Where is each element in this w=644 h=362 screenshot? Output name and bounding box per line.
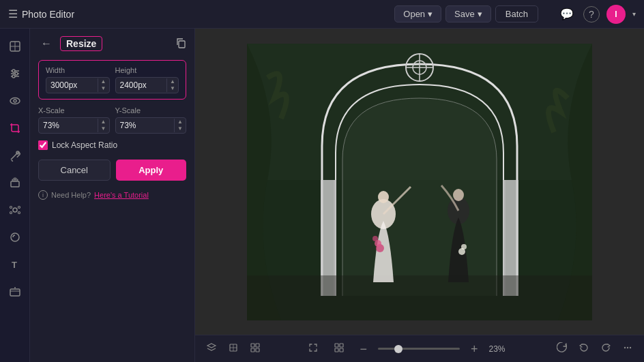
svg-point-17 — [18, 207, 20, 209]
svg-rect-52 — [256, 348, 259, 352]
xscale-input-wrap: ▲ ▼ — [38, 117, 110, 134]
svg-point-43 — [372, 236, 378, 241]
crop-icon[interactable] — [225, 340, 241, 358]
layers-icon[interactable] — [203, 340, 220, 358]
undo-button[interactable] — [576, 340, 592, 358]
svg-rect-53 — [335, 344, 338, 347]
width-input[interactable] — [46, 78, 98, 93]
svg-rect-55 — [335, 348, 338, 352]
yscale-label: Y-Scale — [115, 106, 187, 115]
yscale-up[interactable]: ▲ — [175, 119, 186, 125]
sidebar-item-select[interactable] — [3, 34, 27, 59]
icon-sidebar: T — [0, 29, 30, 362]
help-text: Need Help? — [51, 191, 91, 199]
xscale-input[interactable] — [39, 118, 98, 133]
photo-frame — [247, 44, 592, 320]
svg-point-58 — [627, 347, 628, 348]
chevron-down-icon: ▾ — [478, 9, 482, 19]
main-area: T ← Resize Width — [0, 29, 644, 362]
tutorial-link[interactable]: Here's a Tutorial — [94, 191, 149, 199]
svg-rect-12 — [11, 181, 19, 187]
sidebar-item-retouch[interactable] — [3, 143, 27, 168]
refresh-icon[interactable] — [554, 340, 570, 358]
topbar-buttons: Open ▾ Save ▾ Batch — [394, 5, 538, 22]
chevron-down-icon[interactable]: ▾ — [632, 10, 636, 18]
sidebar-item-brand[interactable] — [3, 280, 27, 304]
yscale-input[interactable] — [116, 118, 175, 133]
apply-button[interactable]: Apply — [116, 160, 187, 181]
fit-screen-button[interactable] — [304, 341, 323, 357]
topbar-icons: 💬 ? I ▾ — [557, 5, 636, 24]
sidebar-item-effects[interactable] — [3, 225, 27, 250]
zoom-fit-button[interactable] — [330, 341, 349, 357]
svg-point-57 — [624, 347, 626, 348]
svg-rect-56 — [340, 348, 343, 352]
width-label: Width — [46, 66, 110, 74]
xscale-label: X-Scale — [38, 106, 110, 115]
lock-aspect-checkbox[interactable] — [38, 140, 48, 150]
sidebar-item-layers[interactable] — [3, 170, 27, 195]
width-group: Width ▲ ▼ — [46, 66, 110, 93]
height-label: Height — [115, 66, 179, 74]
app-title-area: ☰ Photo Editor — [8, 7, 74, 20]
canvas-area: − + 23% — [195, 29, 644, 362]
sidebar-item-text[interactable]: T — [3, 252, 27, 277]
sidebar-item-crop[interactable] — [3, 116, 27, 140]
copy-button[interactable] — [175, 37, 186, 50]
panel-title: Resize — [60, 36, 102, 51]
zoom-slider[interactable] — [378, 348, 460, 350]
save-button[interactable]: Save ▾ — [445, 5, 491, 22]
svg-rect-36 — [247, 275, 592, 320]
height-up[interactable]: ▲ — [167, 78, 178, 85]
more-options-button[interactable] — [619, 340, 636, 358]
batch-button[interactable]: Batch — [495, 5, 538, 22]
xscale-group: X-Scale ▲ ▼ — [38, 106, 110, 134]
hamburger-icon[interactable]: ☰ — [8, 7, 18, 20]
zoom-out-button[interactable]: − — [355, 342, 371, 357]
xscale-spinners: ▲ ▼ — [98, 119, 109, 132]
help-row: i Need Help? Here's a Tutorial — [38, 190, 186, 200]
svg-point-10 — [14, 100, 16, 102]
svg-point-40 — [453, 189, 464, 201]
width-up[interactable]: ▲ — [98, 78, 109, 85]
height-down[interactable]: ▼ — [167, 85, 178, 92]
grid-icon[interactable] — [247, 340, 263, 358]
sidebar-item-elements[interactable] — [3, 198, 27, 222]
zoom-value: 23% — [489, 344, 514, 354]
svg-rect-54 — [340, 344, 343, 347]
width-input-wrap: ▲ ▼ — [46, 77, 110, 93]
redo-button[interactable] — [598, 340, 614, 358]
svg-point-20 — [11, 233, 19, 241]
svg-point-59 — [630, 347, 631, 348]
back-button[interactable]: ← — [38, 35, 55, 52]
sidebar-item-view[interactable] — [3, 89, 27, 113]
open-button[interactable]: Open ▾ — [394, 5, 441, 22]
svg-point-45 — [461, 244, 467, 250]
cancel-button[interactable]: Cancel — [38, 160, 111, 181]
bottom-right-icons — [554, 340, 636, 358]
canvas-content[interactable] — [195, 29, 644, 335]
yscale-down[interactable]: ▼ — [175, 125, 186, 132]
comment-icon[interactable]: 💬 — [557, 5, 576, 24]
sidebar-item-adjust[interactable] — [3, 61, 27, 86]
photo-svg — [247, 44, 592, 320]
height-input[interactable] — [116, 78, 167, 93]
width-down[interactable]: ▼ — [98, 85, 109, 92]
height-input-wrap: ▲ ▼ — [115, 77, 179, 93]
yscale-input-wrap: ▲ ▼ — [115, 117, 187, 134]
yscale-group: Y-Scale ▲ ▼ — [115, 106, 187, 134]
user-avatar[interactable]: I — [606, 5, 626, 24]
resize-panel: ← Resize Width ▲ ▼ — [30, 29, 195, 362]
xscale-down[interactable]: ▼ — [98, 125, 109, 132]
chevron-down-icon: ▾ — [428, 9, 433, 19]
svg-point-38 — [378, 191, 389, 203]
svg-rect-24 — [179, 41, 185, 48]
zoom-in-button[interactable]: + — [467, 342, 482, 357]
svg-point-8 — [12, 75, 15, 78]
svg-rect-49 — [251, 344, 254, 347]
svg-point-9 — [10, 98, 20, 104]
xscale-up[interactable]: ▲ — [98, 119, 109, 125]
svg-point-23 — [14, 287, 16, 288]
help-info-icon: i — [38, 190, 48, 200]
help-icon[interactable]: ? — [583, 6, 600, 22]
